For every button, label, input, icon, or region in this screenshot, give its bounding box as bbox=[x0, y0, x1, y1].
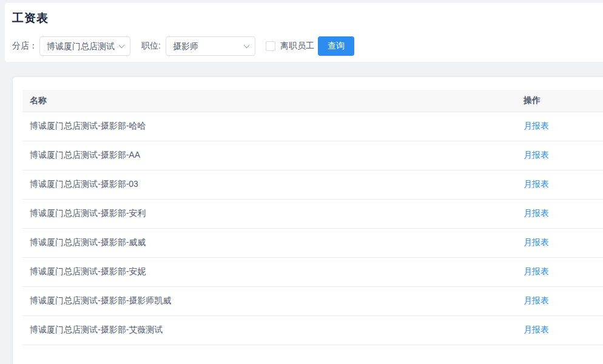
table-row: 博诚厦门总店测试-摄影部-威威 月报表 bbox=[22, 228, 603, 257]
position-select[interactable]: 摄影师 bbox=[166, 36, 255, 56]
table-card: 名称 操作 博诚厦门总店测试-摄影部-哈哈 月报表 博诚厦门总店测试-摄影部-A… bbox=[12, 76, 603, 364]
monthly-report-link[interactable]: 月报表 bbox=[524, 266, 549, 276]
table-body: 博诚厦门总店测试-摄影部-哈哈 月报表 博诚厦门总店测试-摄影部-AA 月报表 … bbox=[22, 112, 603, 345]
position-label: 职位: bbox=[141, 41, 161, 52]
row-name: 博诚厦门总店测试-摄影部-威威 bbox=[22, 228, 516, 257]
filter-bar: 分店： 博诚厦门总店测试 职位: 摄影师 离职员工 查询 bbox=[12, 36, 354, 56]
column-header-action: 操作 bbox=[516, 90, 603, 112]
row-name: 博诚厦门总店测试-摄影部-安妮 bbox=[22, 257, 516, 286]
table-row: 博诚厦门总店测试-摄影部-安妮 月报表 bbox=[22, 257, 603, 286]
chevron-down-icon bbox=[119, 42, 125, 49]
table-header-row: 名称 操作 bbox=[22, 90, 603, 112]
row-action-cell: 月报表 bbox=[516, 286, 603, 315]
branch-select[interactable]: 博诚厦门总店测试 bbox=[39, 36, 130, 56]
monthly-report-link[interactable]: 月报表 bbox=[524, 325, 549, 334]
row-name: 博诚厦门总店测试-摄影部-AA bbox=[22, 141, 516, 170]
row-name: 博诚厦门总店测试-摄影部-03 bbox=[22, 170, 516, 199]
branch-label: 分店： bbox=[12, 41, 38, 52]
salary-table: 名称 操作 博诚厦门总店测试-摄影部-哈哈 月报表 博诚厦门总店测试-摄影部-A… bbox=[22, 90, 603, 345]
row-action-cell: 月报表 bbox=[516, 315, 603, 345]
column-header-name: 名称 bbox=[22, 90, 516, 112]
position-select-value: 摄影师 bbox=[173, 41, 198, 51]
row-action-cell: 月报表 bbox=[516, 112, 603, 141]
table-row: 博诚厦门总店测试-摄影部-安利 月报表 bbox=[22, 199, 603, 228]
table-row: 博诚厦门总店测试-摄影部-哈哈 月报表 bbox=[22, 112, 603, 141]
table-row: 博诚厦门总店测试-摄影部-AA 月报表 bbox=[22, 141, 603, 170]
monthly-report-link[interactable]: 月报表 bbox=[524, 121, 549, 130]
monthly-report-link[interactable]: 月报表 bbox=[524, 150, 549, 160]
table-row: 博诚厦门总店测试-摄影部-摄影师凯威 月报表 bbox=[22, 286, 603, 315]
row-name: 博诚厦门总店测试-摄影部-哈哈 bbox=[22, 112, 516, 141]
table-row: 博诚厦门总店测试-摄影部-艾薇测试 月报表 bbox=[22, 315, 603, 345]
query-button[interactable]: 查询 bbox=[318, 36, 354, 56]
monthly-report-link[interactable]: 月报表 bbox=[524, 179, 549, 189]
page-title: 工资表 bbox=[12, 10, 603, 26]
row-action-cell: 月报表 bbox=[516, 228, 603, 257]
resigned-checkbox[interactable] bbox=[266, 41, 275, 51]
row-name: 博诚厦门总店测试-摄影部-安利 bbox=[22, 199, 516, 228]
resigned-checkbox-group[interactable]: 离职员工 bbox=[266, 41, 314, 52]
row-name: 博诚厦门总店测试-摄影部-摄影师凯威 bbox=[22, 286, 516, 315]
row-action-cell: 月报表 bbox=[516, 199, 603, 228]
monthly-report-link[interactable]: 月报表 bbox=[524, 295, 549, 305]
monthly-report-link[interactable]: 月报表 bbox=[524, 237, 549, 247]
row-action-cell: 月报表 bbox=[516, 257, 603, 286]
chevron-down-icon bbox=[243, 42, 249, 49]
resigned-checkbox-label: 离职员工 bbox=[280, 41, 314, 52]
row-action-cell: 月报表 bbox=[516, 170, 603, 199]
row-action-cell: 月报表 bbox=[516, 141, 603, 170]
row-name: 博诚厦门总店测试-摄影部-艾薇测试 bbox=[22, 315, 516, 345]
header-panel: 工资表 分店： 博诚厦门总店测试 职位: 摄影师 离职员工 查询 bbox=[5, 3, 603, 62]
monthly-report-link[interactable]: 月报表 bbox=[524, 208, 549, 218]
branch-select-value: 博诚厦门总店测试 bbox=[47, 41, 115, 51]
table-row: 博诚厦门总店测试-摄影部-03 月报表 bbox=[22, 170, 603, 199]
